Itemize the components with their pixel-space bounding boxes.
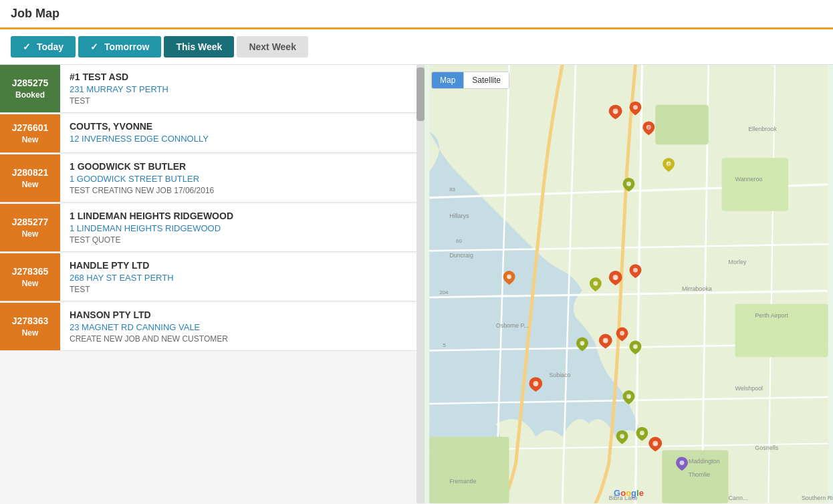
svg-text:⚙: ⚙ [614, 276, 617, 280]
svg-point-41 [633, 105, 638, 110]
svg-text:Osborne P...: Osborne P... [496, 322, 529, 329]
job-details: 1 LINDEMAN HEIGHTS RIDGEWOOD 1 LINDEMAN … [60, 204, 425, 251]
job-address: 12 INVERNESS EDGE CONNOLLY [70, 134, 415, 144]
job-details: HANDLE PTY LTD 268 HAY ST EAST PERTH TES… [60, 253, 425, 301]
job-badge-J278363: J278363 New [0, 303, 60, 350]
svg-text:Morley: Morley [729, 259, 747, 265]
satellite-view-button[interactable]: Satellite [464, 72, 509, 88]
filter-this-week-label: This Week [176, 41, 222, 52]
svg-text:Gosnells: Gosnells [755, 445, 778, 451]
scrollbar[interactable] [416, 65, 425, 503]
job-id: J278365 [12, 266, 49, 277]
svg-text:Welshpool: Welshpool [735, 385, 763, 392]
filter-tomorrow-label: Tomorrow [104, 41, 149, 52]
svg-rect-13 [722, 158, 788, 211]
job-address: 231 MURRAY ST PERTH [70, 84, 415, 94]
job-title: HANSON PTY LTD [70, 309, 415, 320]
check-icon-tomorrow: ✓ [90, 41, 98, 52]
job-id: J280821 [12, 167, 49, 178]
job-title: COUTTS, YVONNE [70, 121, 415, 132]
svg-text:⚙: ⚙ [534, 382, 538, 386]
job-note: TEST CREATING NEW JOB 17/06/2016 [70, 186, 415, 195]
job-note: TEST [70, 285, 415, 294]
job-title: 1 LINDEMAN HEIGHTS RIDGEWOOD [70, 211, 415, 221]
job-note: CREATE NEW JOB AND NEW CUSTOMER [70, 334, 415, 344]
filter-next-week[interactable]: Next Week [237, 36, 308, 57]
svg-text:Wanneroo: Wanneroo [735, 176, 763, 182]
scrollbar-thumb [416, 68, 425, 121]
svg-rect-14 [429, 437, 509, 503]
map-label: Map [440, 76, 455, 85]
job-id: J276601 [12, 122, 49, 133]
svg-text:Thornlie: Thornlie [689, 471, 710, 478]
job-id: J285275 [12, 78, 49, 88]
svg-point-59 [620, 331, 624, 336]
job-status: New [22, 229, 39, 239]
svg-point-72 [680, 461, 685, 465]
job-item[interactable]: J278365 New HANDLE PTY LTD 268 HAY ST EA… [0, 253, 425, 301]
map-panel[interactable]: Map Satellite [425, 65, 833, 503]
job-note: TEST QUOTE [70, 235, 415, 245]
job-badge-J278365: J278365 New [0, 253, 60, 301]
job-details: #1 TEST ASD 231 MURRAY ST PERTH TEST [60, 65, 425, 112]
filter-tomorrow[interactable]: ✓ Tomorrow [78, 36, 161, 57]
satellite-label: Satellite [472, 76, 501, 85]
job-title: #1 TEST ASD [70, 72, 415, 82]
svg-text:60: 60 [456, 238, 462, 244]
svg-text:83: 83 [449, 186, 455, 193]
job-details: HANSON PTY LTD 23 MAGNET RD CANNING VALE… [60, 303, 425, 350]
job-list-panel[interactable]: J285275 Booked #1 TEST ASD 231 MURRAY ST… [0, 65, 425, 503]
svg-text:Perth Airport: Perth Airport [755, 312, 788, 319]
job-id: J285277 [12, 217, 49, 227]
title-text: Job Map [11, 7, 60, 20]
svg-text:Maddington: Maddington [689, 458, 720, 465]
job-item[interactable]: J285275 Booked #1 TEST ASD 231 MURRAY ST… [0, 65, 425, 113]
job-details: 1 GOODWICK ST BUTLER 1 GOODWICK STREET B… [60, 154, 425, 202]
map-view-button[interactable]: Map [432, 72, 463, 88]
job-status: New [22, 135, 39, 144]
filter-this-week[interactable]: This Week [164, 36, 234, 57]
svg-rect-12 [655, 105, 709, 145]
svg-text:⚙: ⚙ [647, 126, 650, 130]
svg-text:Fremantle: Fremantle [449, 478, 476, 485]
check-icon-today: ✓ [23, 41, 31, 52]
job-badge-J276601: J276601 New [0, 114, 60, 152]
svg-text:Cann...: Cann... [729, 495, 748, 501]
svg-text:Subiaco: Subiaco [549, 372, 570, 378]
job-item[interactable]: J285277 New 1 LINDEMAN HEIGHTS RIDGEWOOD… [0, 204, 425, 252]
svg-text:Southern River: Southern River [802, 495, 833, 501]
job-item[interactable]: J280821 New 1 GOODWICK ST BUTLER 1 GOODW… [0, 154, 425, 203]
job-status: Booked [15, 90, 45, 100]
map-controls: Map Satellite [431, 72, 509, 89]
filter-next-week-label: Next Week [249, 41, 296, 52]
svg-text:⚙: ⚙ [614, 110, 617, 114]
svg-text:⚙: ⚙ [667, 162, 671, 166]
job-note: TEST [70, 96, 415, 106]
job-item[interactable]: J276601 New COUTTS, YVONNE 12 INVERNESS … [0, 114, 425, 153]
main-content: J285275 Booked #1 TEST ASD 231 MURRAY ST… [0, 65, 833, 503]
svg-text:5: 5 [443, 342, 446, 348]
job-badge-J285275: J285275 Booked [0, 65, 60, 112]
svg-text:Hillarys: Hillarys [449, 213, 469, 219]
filter-today[interactable]: ✓ Today [11, 36, 76, 57]
job-badge-J280821: J280821 New [0, 154, 60, 202]
page-title: Job Map [0, 0, 833, 29]
filter-today-label: Today [37, 41, 64, 52]
google-logo: Google [614, 488, 644, 498]
svg-text:⚙: ⚙ [507, 275, 511, 279]
job-title: 1 GOODWICK ST BUTLER [70, 161, 415, 172]
job-address: 1 GOODWICK STREET BUTLER [70, 174, 415, 184]
svg-text:Ellenbrook: Ellenbrook [748, 126, 777, 132]
job-item[interactable]: J278363 New HANSON PTY LTD 23 MAGNET RD … [0, 303, 425, 351]
svg-point-54 [633, 268, 638, 273]
job-status: New [22, 328, 39, 338]
svg-text:⚙: ⚙ [604, 339, 607, 343]
job-status: New [22, 279, 39, 288]
job-address: 268 HAY ST EAST PERTH [70, 273, 415, 283]
svg-text:⚙: ⚙ [654, 443, 657, 447]
job-title: HANDLE PTY LTD [70, 260, 415, 271]
job-badge-J285277: J285277 New [0, 204, 60, 251]
filter-bar: ✓ Today ✓ Tomorrow This Week Next Week [0, 29, 833, 65]
job-details: COUTTS, YVONNE 12 INVERNESS EDGE CONNOLL… [60, 114, 425, 152]
job-id: J278363 [12, 316, 49, 326]
